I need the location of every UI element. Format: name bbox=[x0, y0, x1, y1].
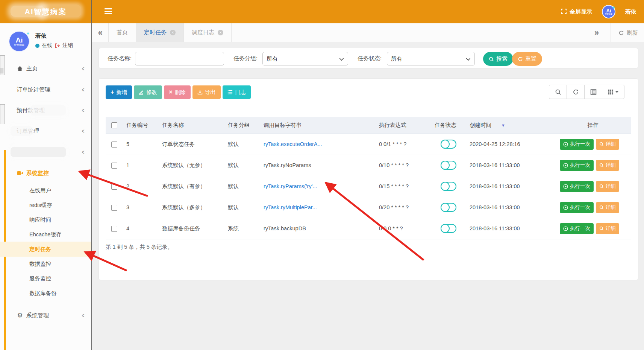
run-once-button[interactable]: 执行一次 bbox=[560, 223, 594, 234]
log-button[interactable]: 日志 bbox=[223, 85, 251, 99]
run-once-button[interactable]: 执行一次 bbox=[560, 202, 594, 213]
log-label: 日志 bbox=[235, 89, 246, 96]
detail-button[interactable]: 详细 bbox=[596, 160, 619, 171]
row-checkbox[interactable] bbox=[111, 184, 117, 190]
target-string-link[interactable]: ryTask.executeOrderA... bbox=[264, 141, 322, 147]
user-avatar[interactable]: Ai 智慧病案 + bbox=[9, 31, 30, 52]
tab-home[interactable]: 首页 bbox=[109, 23, 136, 42]
chevron-left-icon: < bbox=[82, 86, 85, 93]
row-checkbox[interactable] bbox=[111, 142, 117, 148]
sidebar-subitem-response-time[interactable]: 响应时间 bbox=[0, 212, 91, 227]
home-icon bbox=[17, 65, 23, 72]
sidebar-item-redacted[interactable]: < bbox=[0, 145, 91, 160]
sidebar-divider[interactable] bbox=[91, 0, 92, 350]
tasks-table: 任务编号 任务名称 任务分组 调用目标字符串 执行表达式 任务状态 创建时间▼ … bbox=[106, 117, 631, 239]
tab-schedule-log[interactable]: 调度日志 × bbox=[184, 23, 232, 42]
sidebar-item-system-monitor[interactable]: 系统监控 bbox=[0, 166, 91, 181]
search-button[interactable]: 搜索 bbox=[483, 52, 513, 66]
detail-button[interactable]: 详细 bbox=[596, 223, 619, 234]
table-row: 3 系统默认（多参） 默认 ryTask.ryMultiplePar... 0/… bbox=[106, 197, 631, 218]
avatar-text: Ai bbox=[16, 37, 23, 44]
target-string-link[interactable]: ryTask.ryMultiplePar... bbox=[264, 204, 317, 210]
edit-button[interactable]: 修改 bbox=[134, 85, 162, 99]
row-checkbox[interactable] bbox=[111, 163, 117, 169]
sidebar-toggle-icon[interactable] bbox=[105, 8, 113, 15]
avatar-subtext: 智慧病案 bbox=[605, 13, 612, 15]
col-task-group: 任务分组 bbox=[228, 117, 264, 134]
cell-task-id: 2 bbox=[126, 176, 162, 197]
sidebar-subitem-data-monitor[interactable]: 数据监控 bbox=[0, 256, 91, 271]
show-search-button[interactable] bbox=[549, 85, 567, 99]
job-status-toggle[interactable] bbox=[441, 140, 456, 149]
sidebar-subitem-scheduled-tasks[interactable]: 定时任务 bbox=[0, 242, 91, 257]
job-name-input[interactable] bbox=[135, 52, 224, 65]
subitem-label: 在线用户 bbox=[29, 187, 51, 194]
col-task-id: 任务编号 bbox=[126, 117, 162, 134]
navbar-username[interactable]: 若依 bbox=[625, 8, 636, 15]
col-task-name: 任务名称 bbox=[162, 117, 228, 134]
select-all-checkbox[interactable] bbox=[111, 122, 117, 128]
run-once-label: 执行一次 bbox=[570, 183, 590, 190]
fullscreen-button[interactable]: 全屏显示 bbox=[561, 8, 592, 15]
table-row: 5 订单状态任务 默认 ryTask.executeOrderA... 0 0/… bbox=[106, 134, 631, 155]
target-string-link[interactable]: ryTask.ryParams('ry'... bbox=[264, 183, 317, 189]
cell-created: 2018-03-16 11:33:00 bbox=[470, 197, 555, 218]
sidebar-subitem-db-backup[interactable]: 数据库备份 bbox=[0, 286, 91, 301]
job-group-select[interactable]: 所有 bbox=[262, 52, 348, 65]
run-once-button[interactable]: 执行一次 bbox=[560, 160, 594, 171]
tab-scheduled-tasks[interactable]: 定时任务 × bbox=[136, 23, 184, 42]
task-table-panel: +新增 修改 ×删除 导出 日志 bbox=[98, 78, 638, 280]
job-status-toggle[interactable] bbox=[441, 182, 456, 191]
sidebar-subitem-redis-cache[interactable]: redis缓存 bbox=[0, 198, 91, 213]
sidebar-subitem-online-users[interactable]: 在线用户 bbox=[0, 183, 91, 198]
add-button[interactable]: +新增 bbox=[106, 85, 132, 99]
run-once-button[interactable]: 执行一次 bbox=[560, 139, 594, 150]
logout-link[interactable]: 注销 bbox=[62, 42, 73, 49]
sidebar-item-label: 系统管理 bbox=[26, 312, 49, 319]
job-status-select[interactable]: 所有 bbox=[387, 52, 475, 65]
sidebar-item-order-stats[interactable]: 订单统计管理 < bbox=[0, 82, 91, 97]
detail-label: 详细 bbox=[606, 162, 616, 169]
detail-button[interactable]: 详细 bbox=[596, 139, 619, 150]
row-checkbox[interactable] bbox=[111, 226, 117, 232]
sidebar-item-prepay[interactable]: 预付款管理 < bbox=[0, 103, 91, 118]
cell-created: 2018-03-16 11:33:00 bbox=[470, 218, 555, 239]
cell-task-name: 订单状态任务 bbox=[162, 134, 228, 155]
cell-task-name: 系统默认（有参） bbox=[162, 176, 228, 197]
job-status-toggle[interactable] bbox=[441, 161, 456, 170]
job-status-toggle[interactable] bbox=[441, 224, 456, 233]
detail-button[interactable]: 详细 bbox=[596, 181, 619, 192]
chevron-left-icon: < bbox=[82, 127, 85, 134]
cell-task-name: 系统默认（多参） bbox=[162, 197, 228, 218]
toggle-view-button[interactable] bbox=[584, 85, 602, 99]
sort-desc-icon[interactable]: ▼ bbox=[501, 123, 505, 128]
columns-dropdown-button[interactable] bbox=[602, 85, 624, 99]
close-icon[interactable]: × bbox=[170, 30, 176, 35]
tabs-scroll-right-icon[interactable]: » bbox=[588, 23, 605, 42]
detail-label: 详细 bbox=[606, 183, 616, 190]
detail-button[interactable]: 详细 bbox=[596, 202, 619, 213]
reset-button[interactable]: 重置 bbox=[512, 52, 542, 66]
sidebar-username: 若依 bbox=[35, 32, 47, 40]
refresh-tab-button[interactable]: 刷新 bbox=[611, 23, 638, 42]
job-status-toggle[interactable] bbox=[441, 203, 456, 212]
tabs-scroll-left-icon[interactable]: « bbox=[92, 23, 109, 42]
cell-target-string: ryTask.ryNoParams bbox=[264, 155, 379, 176]
refresh-table-button[interactable] bbox=[567, 85, 585, 99]
sidebar-subitem-service-monitor[interactable]: 服务监控 bbox=[0, 271, 91, 286]
sidebar-item-orders[interactable]: 订单管理 < bbox=[0, 123, 91, 138]
sidebar-item-home[interactable]: 主页 < bbox=[0, 61, 91, 76]
delete-button[interactable]: ×删除 bbox=[164, 85, 190, 99]
sidebar-item-system-manage[interactable]: ⚙ 系统管理 < bbox=[0, 308, 91, 323]
list-icon bbox=[227, 90, 233, 95]
search-icon bbox=[489, 56, 494, 62]
run-once-button[interactable]: 执行一次 bbox=[560, 181, 594, 192]
close-icon[interactable]: × bbox=[218, 30, 223, 35]
col-status: 任务状态 bbox=[435, 117, 470, 134]
sidebar-subitem-ehcache[interactable]: Ehcache缓存 bbox=[0, 227, 91, 242]
row-checkbox[interactable] bbox=[111, 205, 117, 211]
subitem-label: 数据监控 bbox=[29, 260, 51, 268]
user-avatar[interactable]: Ai 智慧病案 + bbox=[602, 5, 615, 18]
search-icon bbox=[599, 205, 604, 210]
export-button[interactable]: 导出 bbox=[192, 85, 221, 99]
